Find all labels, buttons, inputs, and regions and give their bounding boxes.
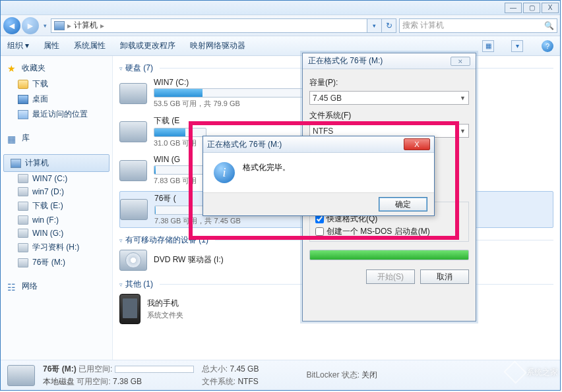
recent-icon bbox=[18, 110, 28, 119]
format-titlebar: 正在格式化 76哥 (M:) ⤬ bbox=[303, 53, 476, 69]
sidebar: ★收藏夹 下载 桌面 最近访问的位置 ▦库 计算机 WIN7 (C:) win7… bbox=[1, 56, 113, 360]
chevron-down-icon: ▿ bbox=[119, 237, 123, 244]
message-title: 正在格式化 76哥 (M:) bbox=[207, 139, 282, 150]
sidebar-libraries[interactable]: ▦库 bbox=[1, 130, 112, 146]
sidebar-network[interactable]: ☷网络 bbox=[1, 278, 112, 294]
status-bar: 76哥 (M:) 已用空间: 本地磁盘 可用空间: 7.38 GB 总大小: 7… bbox=[1, 360, 560, 390]
sidebar-recent[interactable]: 最近访问的位置 bbox=[1, 107, 112, 122]
drive-icon bbox=[7, 365, 35, 386]
sidebar-favorites[interactable]: ★收藏夹 bbox=[1, 60, 112, 76]
drive-icon bbox=[119, 160, 147, 181]
drive-icon bbox=[18, 229, 28, 238]
watermark: 系统之家 bbox=[507, 364, 558, 380]
bitlocker-label: BitLocker 状态: bbox=[306, 370, 359, 379]
folder-icon bbox=[18, 80, 28, 89]
progress-fill bbox=[310, 250, 468, 260]
search-input[interactable]: 搜索 计算机 🔍 bbox=[399, 18, 557, 33]
back-button[interactable]: ◄ bbox=[3, 17, 20, 34]
history-dropdown[interactable]: ▾ bbox=[40, 17, 49, 34]
usage-bar bbox=[154, 128, 206, 137]
address-bar[interactable]: ▸ 计算机 ▸ bbox=[51, 18, 367, 33]
breadcrumb-computer[interactable]: 计算机 bbox=[74, 20, 98, 31]
navbar: ◄ ► ▾ ▸ 计算机 ▸ ▾ ↻ 搜索 计算机 🔍 bbox=[1, 15, 560, 36]
filesystem-label: 文件系统(F) bbox=[309, 110, 469, 121]
breadcrumb-sep2: ▸ bbox=[100, 21, 104, 30]
sidebar-computer[interactable]: 计算机 bbox=[3, 154, 109, 172]
search-icon: 🔍 bbox=[544, 21, 554, 30]
system-properties-button[interactable]: 系统属性 bbox=[74, 40, 106, 51]
search-placeholder: 搜索 计算机 bbox=[402, 20, 444, 31]
cancel-button[interactable]: 取消 bbox=[420, 269, 469, 284]
drive-icon bbox=[119, 121, 147, 142]
message-close-button[interactable]: X bbox=[404, 138, 430, 150]
uninstall-button[interactable]: 卸载或更改程序 bbox=[120, 40, 175, 51]
group-title: 硬盘 (7) bbox=[125, 63, 153, 74]
help-icon[interactable]: ? bbox=[542, 40, 553, 52]
drive-icon bbox=[18, 258, 28, 267]
sidebar-drive[interactable]: WIN (G:) bbox=[1, 227, 112, 240]
sidebar-drive[interactable]: 学习资料 (H:) bbox=[1, 240, 112, 255]
library-icon: ▦ bbox=[7, 134, 18, 143]
total-value: 7.45 GB bbox=[230, 364, 259, 374]
map-network-button[interactable]: 映射网络驱动器 bbox=[190, 40, 245, 51]
close-button[interactable]: X bbox=[542, 3, 559, 13]
checkbox[interactable] bbox=[315, 227, 324, 236]
usage-bar bbox=[154, 206, 207, 215]
sidebar-drive[interactable]: 下载 (E:) bbox=[1, 198, 112, 213]
sidebar-label: 下载 bbox=[32, 78, 48, 90]
minimize-button[interactable]: — bbox=[505, 3, 522, 13]
avail-label: 可用空间: bbox=[77, 377, 110, 386]
chevron-down-icon: ▼ bbox=[460, 128, 466, 134]
sidebar-label: win7 (D:) bbox=[32, 187, 64, 196]
computer-icon bbox=[11, 159, 21, 168]
sidebar-drive[interactable]: win (F:) bbox=[1, 213, 112, 227]
used-label: 已用空间: bbox=[78, 364, 112, 374]
avail-value: 7.38 GB bbox=[113, 377, 142, 386]
maximize-button[interactable]: ▢ bbox=[523, 3, 540, 13]
sidebar-downloads[interactable]: 下载 bbox=[1, 76, 112, 92]
chevron-down-icon: ▿ bbox=[119, 65, 123, 72]
filesystem-value: NTFS bbox=[313, 126, 333, 136]
group-title: 其他 (1) bbox=[125, 279, 153, 290]
phone-icon bbox=[119, 294, 140, 324]
drive-icon bbox=[18, 187, 28, 196]
usage-bar bbox=[154, 165, 206, 175]
msdos-checkbox[interactable]: 创建一个 MS-DOS 启动盘(M) bbox=[315, 226, 463, 237]
drive-icon bbox=[18, 174, 28, 183]
capacity-select[interactable]: 7.45 GB▼ bbox=[309, 91, 469, 105]
sidebar-drive[interactable]: 76哥 (M:) bbox=[1, 255, 112, 270]
sidebar-label: WIN (G:) bbox=[32, 229, 63, 238]
refresh-dropdown[interactable]: ▾ bbox=[367, 18, 382, 33]
usage-bar bbox=[154, 88, 305, 98]
format-close-button[interactable]: ⤬ bbox=[451, 57, 470, 66]
sidebar-label: 学习资料 (H:) bbox=[32, 242, 79, 253]
message-box: 正在格式化 76哥 (M:) X i 格式化完毕。 确定 bbox=[203, 136, 435, 216]
format-title: 正在格式化 76哥 (M:) bbox=[308, 55, 383, 67]
refresh-button[interactable]: ↻ bbox=[382, 18, 396, 33]
status-name: 76哥 (M:) bbox=[43, 364, 77, 374]
forward-button[interactable]: ► bbox=[22, 17, 39, 34]
sidebar-label: 库 bbox=[22, 132, 30, 144]
sidebar-desktop[interactable]: 桌面 bbox=[1, 92, 112, 107]
sidebar-drive[interactable]: WIN7 (C:) bbox=[1, 172, 112, 185]
sidebar-label: 收藏夹 bbox=[22, 63, 46, 74]
organize-menu[interactable]: 组织 ▾ bbox=[7, 40, 29, 51]
dvd-icon bbox=[119, 250, 147, 271]
sidebar-drive[interactable]: win7 (D:) bbox=[1, 185, 112, 198]
ok-button[interactable]: 确定 bbox=[379, 197, 427, 211]
status-type: 本地磁盘 bbox=[43, 377, 75, 386]
network-icon: ☷ bbox=[7, 282, 18, 291]
chevron-down-icon: ▼ bbox=[460, 95, 466, 101]
start-button[interactable]: 开始(S) bbox=[366, 269, 415, 284]
checkbox-label: 创建一个 MS-DOS 启动盘(M) bbox=[327, 226, 430, 237]
drive-icon bbox=[119, 83, 147, 104]
properties-button[interactable]: 属性 bbox=[44, 40, 59, 51]
computer-icon bbox=[54, 21, 65, 30]
view-dropdown[interactable]: ▾ bbox=[511, 40, 523, 52]
drive-icon bbox=[18, 243, 28, 252]
titlebar: — ▢ X bbox=[1, 1, 560, 15]
view-button[interactable]: ▦ bbox=[482, 40, 494, 52]
bitlocker-value: 关闭 bbox=[361, 370, 377, 379]
sidebar-label: 下载 (E:) bbox=[32, 200, 63, 211]
sidebar-label: 76哥 (M:) bbox=[32, 257, 65, 268]
